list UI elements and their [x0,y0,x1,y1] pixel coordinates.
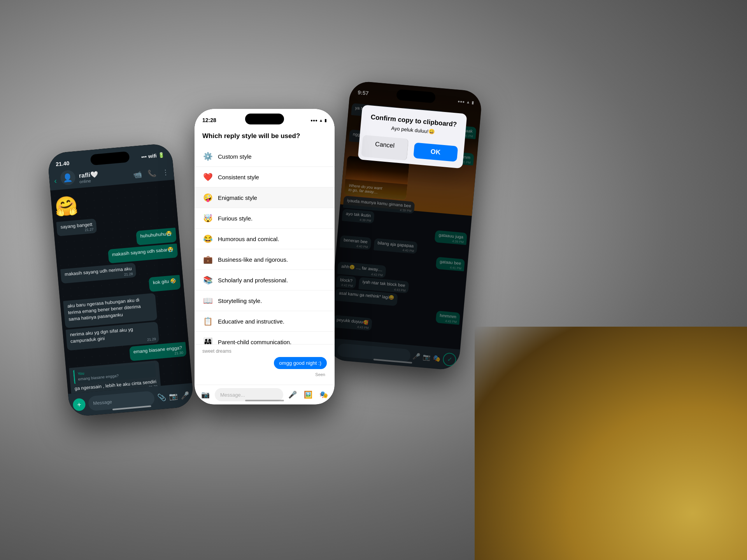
business-style-label: Business-like and rigorous. [218,256,288,263]
more-icon[interactable]: ⋮ [161,168,169,177]
msg-out-4: emang biasane engga? 21.30 [129,342,187,361]
msg-in-1: sayang bangett 21.27 [56,219,97,236]
humorous-style-icon: 😂 [202,234,213,243]
dialog-overlay: Confirm copy to clipboard? Ayo peluk dul… [326,80,482,371]
camera-btn[interactable]: 📷 [199,388,212,401]
battery-icon-m: ▮ [324,118,327,122]
contact-info: rafli🤍 online [79,168,130,184]
header-icons: 📹 📞 ⋮ [133,168,170,179]
phone-left: 21.40 ▪▪▪ wifi 🔋 ‹ 👤 rafli🤍 online [47,143,194,417]
middle-home-indicator [245,400,284,401]
style-item-custom[interactable]: ⚙️ Custom style [195,146,335,167]
dialog-cancel-button[interactable]: Cancel [361,135,409,161]
left-messages: 🤗 sayang bangett 21.27 huhuhuhuhu😭 makas… [50,180,192,394]
storytelling-style-icon: 📖 [202,296,213,305]
custom-style-label: Custom style [218,153,252,160]
left-chat-screen: 21.40 ▪▪▪ wifi 🔋 ‹ 👤 rafli🤍 online [47,143,194,417]
middle-status-time: 12:28 [202,117,216,123]
furious-style-icon: 🤯 [202,214,213,223]
contact-avatar: 👤 [60,170,76,186]
msg-out-3: kok gitu 🤣 [149,275,181,292]
middle-status-icons: ●●● ▲ ▮ [310,118,327,122]
add-button[interactable]: + [72,398,86,411]
right-chat-screen: 9:57 ●●● ▲ ▮ Confirm copy to clipboard? … [326,80,482,371]
furious-style-label: Furious style. [218,215,253,222]
signal-icon: ▪▪▪ [141,153,147,159]
style-item-scholarly[interactable]: 📚 Scholarly and professional. [195,270,335,290]
scholarly-style-icon: 📚 [202,275,213,285]
scholarly-style-label: Scholarly and professional. [218,277,288,284]
style-item-educative[interactable]: 📋 Educative and instructive. [195,311,335,332]
middle-placeholder: Message... [220,392,245,398]
consistent-style-label: Consistent style [218,174,259,180]
call-icon[interactable]: 📞 [147,169,157,178]
enigmatic-style-label: Enigmatic style [218,194,257,201]
msg-out-2: makasih sayang udh sabar😭 [108,243,178,264]
storytelling-style-label: Storytelling style. [218,298,262,304]
educative-style-label: Educative and instructive. [218,318,284,325]
style-item-consistent[interactable]: ❤️ Consistent style [195,167,335,187]
middle-message-input[interactable]: Message... [215,388,283,401]
style-item-enigmatic[interactable]: 🤪 Enigmatic style [195,187,335,208]
message-placeholder: Message [93,399,112,406]
mic-btn[interactable]: 🎤 [286,388,299,401]
parent-style-label: Parent-child communication. [218,339,291,345]
sticker-btn[interactable]: 🎭 [317,388,330,401]
attach-icon[interactable]: 📎 [157,393,167,402]
wifi-icon-m: ▲ [319,118,323,122]
phone-right: 9:57 ●●● ▲ ▮ Confirm copy to clipboard? … [326,80,482,371]
wifi-icon: wifi [148,152,157,159]
style-title: Which reply style will be used? [202,132,327,140]
avatar-icon: 👤 [63,173,73,183]
style-footer: sweet dreams omgg good night :) Seen [195,344,335,385]
sticker-msg: 🤗 [54,194,79,219]
dialog-ok-button[interactable]: OK [413,142,458,162]
phone-middle: 12:28 ●●● ▲ ▮ Which reply style will be … [195,109,335,404]
signal-icon-m: ●●● [310,118,317,122]
left-status-icons: ▪▪▪ wifi 🔋 [141,152,165,160]
footer-in-label: sweet dreams [202,348,327,354]
style-item-storytelling[interactable]: 📖 Storytelling style. [195,290,335,311]
middle-notch [245,114,284,124]
educative-style-icon: 📋 [202,317,213,326]
middle-input-bar: 📷 Message... 🎤 🖼️ 🎭 [195,385,335,404]
camera-icon[interactable]: 📷 [169,392,178,401]
video-call-icon[interactable]: 📹 [133,170,142,179]
business-style-icon: 💼 [202,255,213,264]
msg-out-1: huhuhuhuhu😭 [136,228,177,245]
humorous-style-label: Humorous and comical. [218,236,279,242]
style-item-parent[interactable]: 👨‍👩‍👧 Parent-child communication. [195,332,335,344]
image-btn[interactable]: 🖼️ [302,388,314,401]
parent-style-icon: 👨‍👩‍👧 [202,337,213,344]
back-icon[interactable]: ‹ [54,176,57,185]
left-status-time: 21.40 [56,160,70,167]
clipboard-dialog: Confirm copy to clipboard? Ayo peluk dul… [358,105,467,168]
custom-style-icon: ⚙️ [202,152,213,161]
mic-icon[interactable]: 🎤 [181,391,190,400]
footer-msg-status: Seen [202,372,327,377]
style-list: ⚙️ Custom style ❤️ Consistent style 🤪 En… [195,146,335,344]
footer-msg-out: omgg good night :) [274,357,327,369]
input-icons: 📎 📷 🎤 [157,391,190,402]
battery-icon: 🔋 [158,152,165,158]
consistent-style-icon: ❤️ [202,172,213,182]
style-item-furious[interactable]: 🤯 Furious style. [195,208,335,229]
style-item-business[interactable]: 💼 Business-like and rigorous. [195,249,335,270]
msg-in-2: makasih sayang udh nerima aku 21.28 [60,263,136,284]
middle-style-screen: 12:28 ●●● ▲ ▮ Which reply style will be … [195,109,335,404]
enigmatic-style-icon: 🤪 [202,193,213,202]
style-item-humorous[interactable]: 😂 Humorous and comical. [195,229,335,249]
